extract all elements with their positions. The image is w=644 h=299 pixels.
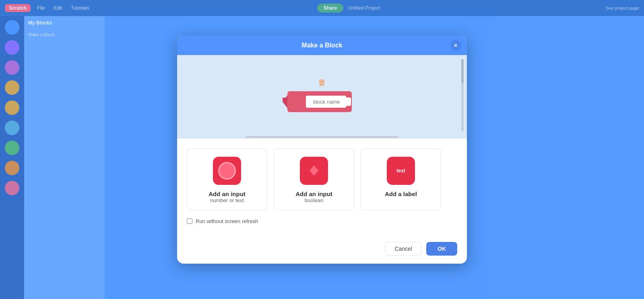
make-a-block-modal: Make a Block × 🗑 [177, 36, 467, 264]
block-name-input[interactable] [311, 98, 351, 106]
options-row: Add an input number or text Add an input… [187, 148, 457, 210]
modal-header: Make a Block × [177, 36, 467, 55]
option-3-primary: Add a label [385, 190, 417, 197]
add-label-icon-wrapper: text [387, 157, 415, 185]
modal-backdrop: Make a Block × 🗑 [0, 0, 644, 299]
option-2-secondary: boolean [295, 197, 332, 203]
preview-scrollbar[interactable] [461, 59, 464, 131]
scroll-indicator [177, 135, 467, 139]
input-boolean-icon-wrapper [300, 157, 328, 185]
close-button[interactable]: × [450, 40, 461, 51]
option-1-primary: Add an input [208, 190, 246, 197]
modal-preview-area: 🗑 [177, 55, 467, 135]
option-3-labels: Add a label [385, 190, 417, 197]
oval-icon [218, 162, 236, 180]
option-input-number-text[interactable]: Add an input number or text [187, 148, 267, 210]
option-1-labels: Add an input number or text [208, 190, 246, 203]
checkbox-row: Run without screen refresh [187, 218, 457, 224]
svg-marker-1 [283, 95, 287, 108]
block-preview: 🗑 [282, 78, 362, 112]
diamond-icon [305, 163, 323, 178]
trash-icon[interactable]: 🗑 [318, 78, 326, 87]
option-2-labels: Add an input boolean [295, 190, 332, 203]
option-1-secondary: number or text [208, 197, 246, 203]
cancel-button[interactable]: Cancel [385, 242, 421, 256]
modal-title: Make a Block [301, 42, 342, 49]
modal-footer: Cancel OK [177, 237, 467, 264]
scroll-bar [246, 136, 398, 138]
scrollbar-thumb [461, 59, 464, 83]
option-2-primary: Add an input [295, 190, 332, 197]
option-add-label[interactable]: text Add a label [361, 148, 441, 210]
ok-button[interactable]: OK [426, 242, 457, 256]
screen-refresh-label: Run without screen refresh [196, 218, 258, 224]
option-input-boolean[interactable]: Add an input boolean [274, 148, 354, 210]
text-icon: text [390, 164, 411, 178]
scratch-block-widget [282, 91, 362, 112]
screen-refresh-checkbox[interactable] [187, 218, 192, 224]
modal-body: Add an input number or text Add an input… [177, 139, 467, 237]
input-number-text-icon-wrapper [213, 157, 241, 185]
